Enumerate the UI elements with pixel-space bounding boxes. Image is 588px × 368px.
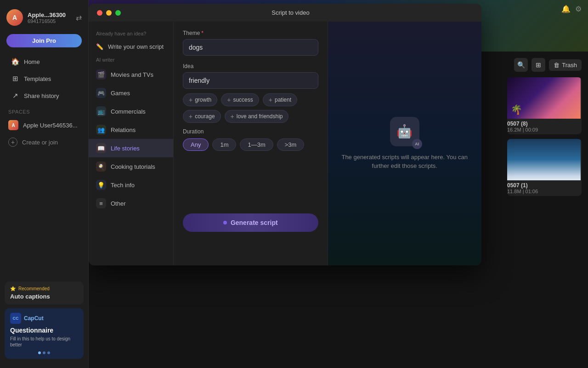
templates-icon: ⊞ (11, 75, 19, 83)
sidebar-item-share-history-label: Share history (24, 92, 59, 99)
duration-1m[interactable]: 1m (212, 138, 236, 151)
cat-life-stories-label: Life stories (111, 145, 140, 152)
sidebar-item-home-label: Home (24, 58, 40, 65)
cat-relations-label: Relations (111, 126, 136, 133)
generate-dot-icon (223, 221, 227, 224)
create-plus-icon: + (8, 138, 17, 147)
write-own-script[interactable]: ✏️ Write your own script (89, 39, 173, 54)
cat-tech[interactable]: 💡 Tech info (89, 176, 173, 194)
avatar: A (6, 9, 23, 26)
cat-games-label: Games (111, 90, 130, 97)
dot-3 (47, 351, 50, 354)
relations-icon: 👥 (96, 125, 106, 135)
dialog-overlay: Script to video Already have an idea? ✏️… (89, 0, 588, 368)
cat-tech-label: Tech info (111, 182, 135, 189)
ai-writer-label: AI writer (89, 54, 173, 65)
life-stories-icon: 📖 (96, 143, 106, 153)
other-icon: ≡ (96, 198, 106, 208)
sidebar-space[interactable]: A Apple User546536... (0, 116, 88, 134)
user-section: A Apple...36300 6941716505 ⇄ (0, 6, 88, 29)
tag-courage-label: courage (195, 113, 215, 120)
space-avatar: A (8, 120, 18, 130)
main-content: 🔔 ⚙ + New project 🔍 ⊞ 🗑 Trash 0507 (8) 1… (89, 0, 588, 368)
tag-plus-icon-3: + (269, 96, 272, 104)
preview-panel: 🤖 AI The generated scripts will appear h… (328, 22, 482, 265)
sidebar-item-templates[interactable]: ⊞ Templates (3, 70, 85, 87)
idea-input[interactable] (183, 72, 318, 89)
maximize-button[interactable] (115, 10, 121, 16)
tag-love-friendship[interactable]: + love and friendship (225, 110, 289, 123)
duration-any[interactable]: Any (183, 138, 209, 151)
questionnaire-title: Questionnaire (10, 327, 78, 334)
dialog-title: Script to video (124, 9, 457, 16)
tag-growth[interactable]: + growth (183, 93, 217, 106)
commercials-icon: 📺 (96, 106, 106, 116)
tag-growth-label: growth (195, 97, 211, 103)
join-pro-button[interactable]: Join Pro (6, 34, 82, 47)
tag-plus-icon: + (189, 96, 192, 104)
duration-row: Any 1m 1—3m >3m (183, 138, 318, 151)
dot-1 (38, 351, 41, 354)
auto-captions-label: Auto captions (10, 293, 78, 300)
cat-commercials[interactable]: 📺 Commercials (89, 102, 173, 121)
cat-relations[interactable]: 👥 Relations (89, 121, 173, 139)
duration-1-3m[interactable]: 1—3m (240, 138, 273, 151)
sidebar-nav: 🏠 Home ⊞ Templates ↗ Share history Space… (0, 53, 88, 278)
close-button[interactable] (97, 10, 102, 16)
cooking-icon: 🍳 (96, 161, 106, 172)
user-name: Apple...36300 (28, 12, 71, 18)
sidebar-bottom: ⭐ Recommended Auto captions CC CapCut Qu… (0, 278, 88, 362)
minimize-button[interactable] (106, 10, 112, 16)
recommended-label: Recommended (18, 286, 50, 291)
ai-robot-icon: 🤖 (396, 124, 413, 139)
capcut-card[interactable]: CC CapCut Questionnaire Fill in this to … (5, 308, 84, 359)
sidebar-item-templates-label: Templates (24, 75, 51, 82)
recommended-card[interactable]: ⭐ Recommended Auto captions (5, 282, 84, 305)
user-id: 6941716505 (28, 18, 71, 24)
cat-cooking-label: Cooking tutorials (111, 163, 155, 170)
form-panel: Theme * Idea + growth + (174, 22, 328, 265)
cat-other-label: Other (111, 200, 126, 207)
create-or-join[interactable]: + Create or join (0, 134, 88, 150)
duration-label: Duration (183, 128, 318, 135)
script-to-video-dialog: Script to video Already have an idea? ✏️… (89, 4, 481, 265)
questionnaire-desc: Fill in this to help us to design better (10, 336, 78, 348)
tag-success-label: success (233, 97, 253, 103)
tag-plus-icon-4: + (189, 113, 192, 120)
sidebar-item-share-history[interactable]: ↗ Share history (3, 87, 85, 104)
tag-plus-icon-2: + (227, 96, 231, 104)
capcut-icon: CC (10, 313, 21, 324)
tag-plus-icon-5: + (231, 113, 234, 120)
tag-courage[interactable]: + courage (183, 110, 221, 123)
sidebar-item-home[interactable]: 🏠 Home (3, 53, 85, 70)
tag-love-label: love and friendship (237, 113, 283, 120)
tag-success[interactable]: + success (221, 93, 259, 106)
cat-movies-label: Movies and TVs (111, 71, 153, 78)
dot-2 (43, 351, 45, 354)
ai-placeholder: 🤖 AI (390, 117, 419, 146)
spaces-label: Spaces (0, 104, 88, 116)
create-join-label: Create or join (22, 139, 58, 146)
user-info: Apple...36300 6941716505 (28, 12, 71, 24)
movies-icon: 🎬 (96, 69, 106, 80)
duration-3m[interactable]: >3m (277, 138, 305, 151)
cat-movies[interactable]: 🎬 Movies and TVs (89, 65, 173, 84)
games-icon: 🎮 (96, 88, 106, 98)
theme-input[interactable] (183, 39, 318, 56)
write-own-label: Write your own script (108, 43, 164, 50)
cat-games[interactable]: 🎮 Games (89, 84, 173, 102)
star-icon: ⭐ (10, 286, 16, 291)
switch-icon[interactable]: ⇄ (76, 13, 82, 22)
pencil-icon: ✏️ (96, 43, 103, 50)
dialog-titlebar: Script to video (89, 4, 481, 22)
cat-commercials-label: Commercials (111, 108, 146, 115)
theme-label: Theme * (183, 30, 318, 36)
sidebar: A Apple...36300 6941716505 ⇄ Join Pro 🏠 … (0, 0, 89, 368)
cat-cooking[interactable]: 🍳 Cooking tutorials (89, 157, 173, 176)
generate-script-button[interactable]: Generate script (183, 213, 318, 232)
cat-life-stories[interactable]: 📖 Life stories (89, 139, 173, 157)
tag-patient[interactable]: + patient (263, 93, 297, 106)
capcut-brand: CapCut (24, 315, 44, 322)
cat-other[interactable]: ≡ Other (89, 194, 173, 213)
idea-label: Idea (183, 63, 318, 69)
